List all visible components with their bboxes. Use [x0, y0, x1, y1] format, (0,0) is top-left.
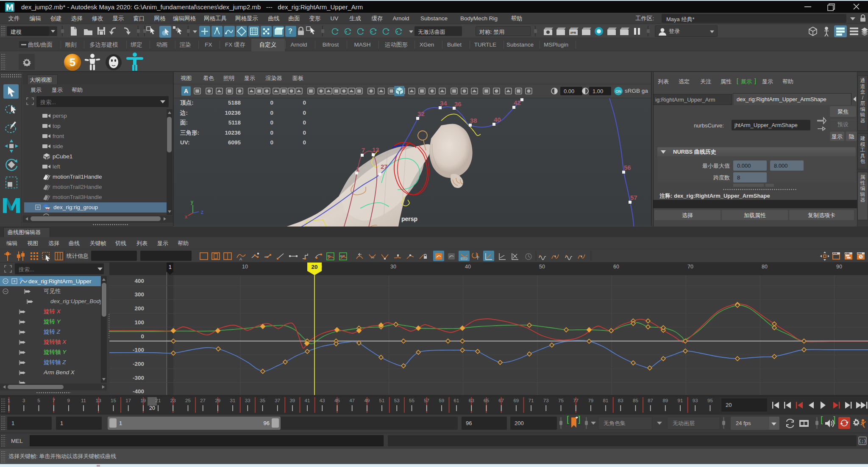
- svg-text:61: 61: [454, 398, 459, 403]
- svg-text:40: 40: [494, 116, 501, 123]
- svg-text:53: 53: [394, 398, 400, 403]
- svg-text:15: 15: [111, 398, 116, 403]
- svg-text:49: 49: [364, 398, 370, 403]
- svg-text:41: 41: [305, 398, 310, 403]
- svg-text:71: 71: [529, 398, 534, 403]
- svg-text:11: 11: [81, 398, 86, 403]
- svg-text:37: 37: [275, 398, 280, 403]
- svg-text:47: 47: [349, 398, 355, 403]
- svg-text:1: 1: [8, 398, 10, 403]
- svg-text:36: 36: [454, 100, 462, 108]
- svg-text:21: 21: [156, 398, 161, 403]
- svg-text:A: A: [239, 257, 242, 261]
- svg-text:3: 3: [22, 398, 25, 403]
- svg-text:56: 56: [624, 164, 631, 171]
- svg-text:7: 7: [52, 398, 55, 403]
- svg-text:39: 39: [289, 398, 295, 403]
- svg-text:79: 79: [588, 398, 593, 403]
- svg-text:57: 57: [630, 194, 637, 201]
- svg-text:85: 85: [633, 398, 638, 403]
- svg-text:20: 20: [149, 405, 155, 411]
- svg-text:27: 27: [381, 163, 388, 170]
- svg-text:5: 5: [37, 398, 40, 403]
- svg-text:19: 19: [140, 398, 146, 403]
- svg-text:59: 59: [439, 398, 444, 403]
- svg-text:29: 29: [215, 398, 220, 403]
- svg-text:87: 87: [648, 398, 653, 403]
- svg-text:y: y: [191, 199, 193, 205]
- svg-text:1: 1: [356, 166, 359, 173]
- svg-text:93: 93: [693, 398, 698, 403]
- svg-text:83: 83: [618, 398, 623, 403]
- svg-text:z: z: [201, 209, 203, 215]
- svg-text:23: 23: [170, 398, 176, 403]
- svg-text:32: 32: [417, 110, 425, 117]
- svg-text:89: 89: [662, 398, 668, 403]
- svg-text:43: 43: [320, 398, 325, 403]
- svg-text:81: 81: [603, 398, 609, 403]
- svg-text:55: 55: [409, 398, 415, 403]
- svg-text:31: 31: [230, 398, 236, 403]
- svg-text:75: 75: [558, 398, 564, 403]
- svg-text:x: x: [185, 214, 187, 220]
- svg-text:57: 57: [424, 398, 429, 403]
- svg-text:20: 20: [311, 264, 317, 270]
- svg-text:IPR: IPR: [570, 31, 576, 35]
- svg-text:7: 7: [362, 146, 365, 154]
- svg-text:91: 91: [678, 398, 683, 403]
- svg-text:38: 38: [470, 117, 477, 124]
- svg-text:35: 35: [260, 398, 265, 403]
- svg-text:13: 13: [96, 398, 101, 403]
- svg-text:ON: ON: [615, 89, 621, 94]
- svg-text:34: 34: [440, 99, 447, 107]
- svg-text:65: 65: [484, 398, 489, 403]
- svg-text:45: 45: [334, 398, 340, 403]
- svg-text:42: 42: [514, 99, 521, 106]
- svg-text:33: 33: [245, 398, 250, 403]
- svg-text:17: 17: [125, 398, 131, 403]
- svg-text:77: 77: [573, 398, 579, 403]
- svg-text:9: 9: [67, 398, 70, 403]
- svg-text:25: 25: [185, 398, 191, 403]
- svg-text:13: 13: [372, 146, 379, 153]
- svg-text:69: 69: [513, 398, 519, 403]
- svg-text:73: 73: [543, 398, 549, 403]
- svg-text:persp: persp: [401, 216, 417, 222]
- svg-text:{;}: {;}: [859, 439, 866, 444]
- svg-text:5: 5: [70, 56, 75, 69]
- svg-text:51: 51: [379, 398, 385, 403]
- svg-text:67: 67: [498, 398, 504, 403]
- svg-text:95: 95: [707, 398, 713, 403]
- svg-text:63: 63: [469, 398, 474, 403]
- svg-text:27: 27: [200, 398, 206, 403]
